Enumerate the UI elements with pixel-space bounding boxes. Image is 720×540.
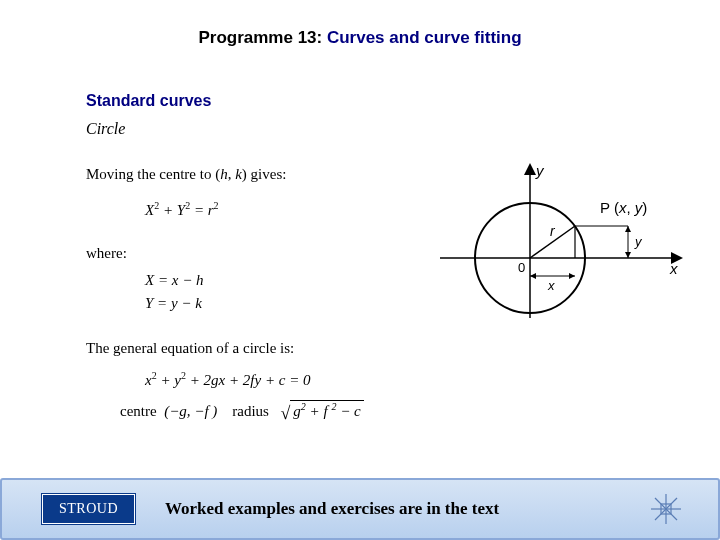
origin-label: 0: [518, 260, 525, 275]
centre-label: centre: [120, 403, 157, 419]
equation-centre-radius: centre (−g, −f ) radius √g2 + f 2 − c: [120, 400, 364, 424]
r-label: r: [550, 223, 556, 239]
brand-badge: STROUD: [42, 494, 135, 524]
sqrt-expression: √g2 + f 2 − c: [280, 400, 363, 424]
equation-x-def: X = x − h: [145, 272, 204, 289]
y-axis-label: y: [535, 162, 545, 179]
centre-value: (−g, −f ): [164, 403, 217, 419]
svg-marker-6: [530, 273, 536, 279]
footer-text: Worked examples and exercises are in the…: [165, 499, 499, 519]
where-label: where:: [86, 245, 127, 262]
text-fragment: Moving the centre to (: [86, 166, 220, 182]
slide-header: Programme 13: Curves and curve fitting: [0, 28, 720, 48]
svg-marker-9: [625, 226, 631, 232]
svg-marker-10: [625, 252, 631, 258]
circle-diagram: y x P (x, y) r x y 0: [430, 158, 690, 328]
header-title: Curves and curve fitting: [327, 28, 522, 47]
text-fragment: ) gives:: [242, 166, 287, 182]
var-h: h: [220, 166, 228, 182]
equation-xy-r: X2 + Y2 = r2: [145, 200, 219, 219]
y-small-label: y: [634, 234, 643, 249]
section-subtitle: Circle: [86, 120, 125, 138]
sqrt-body: g2 + f 2 − c: [290, 400, 363, 420]
var-k: k: [235, 166, 242, 182]
star-icon: [649, 492, 683, 526]
body-line-general: The general equation of a circle is:: [86, 340, 294, 357]
point-p-label: P (x, y): [600, 199, 647, 216]
x-small-label: x: [547, 278, 555, 293]
sqrt-icon: √: [280, 403, 290, 423]
x-axis-label: x: [669, 260, 678, 277]
equation-y-def: Y = y − k: [145, 295, 202, 312]
equation-general-circle: x2 + y2 + 2gx + 2fy + c = 0: [145, 370, 311, 389]
header-prefix: Programme 13:: [198, 28, 327, 47]
svg-marker-7: [569, 273, 575, 279]
footer-bar: STROUD Worked examples and exercises are…: [0, 478, 720, 540]
section-title: Standard curves: [86, 92, 211, 110]
radius-label: radius: [232, 403, 269, 419]
body-line-moving: Moving the centre to (h, k) gives:: [86, 166, 286, 183]
